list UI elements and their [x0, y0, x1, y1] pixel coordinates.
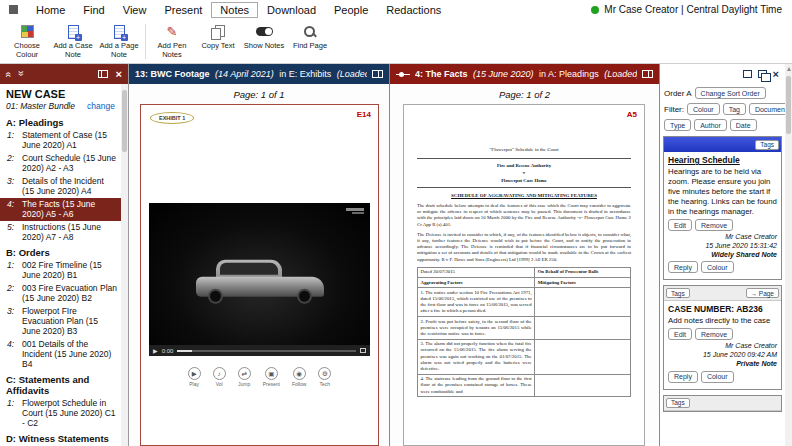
choose-colour-button[interactable]: Choose Colour	[4, 20, 50, 63]
index-item[interactable]: 3: Flowerpot FIre Evacuation Plan (15 Ju…	[0, 305, 121, 338]
note-title: CASE NUMBER: AB236	[668, 304, 777, 314]
table-cell	[535, 317, 631, 340]
pop-out-icon[interactable]	[743, 70, 752, 78]
close-icon[interactable]: ×	[116, 69, 122, 80]
menu-present[interactable]: Present	[155, 2, 211, 18]
video-progress-bar[interactable]	[177, 350, 356, 352]
filter-document-button[interactable]: Document	[749, 103, 785, 115]
button-label: Add Pen Notes	[149, 42, 195, 59]
index-item[interactable]: 3: Details of the Incident (15 June 2020…	[0, 175, 121, 198]
add-pen-notes-button[interactable]: ✎ Add Pen Notes	[149, 20, 195, 63]
scroll-up-arrow[interactable]	[785, 64, 792, 73]
remove-button[interactable]: Remove	[695, 328, 733, 340]
reply-button[interactable]: Reply	[668, 261, 698, 273]
index-item-selected[interactable]: 4: The Facts (15 June 2020) A5 - A6	[0, 198, 121, 221]
video-present-button[interactable]: ▣ Present	[263, 367, 280, 387]
change-bundle-link[interactable]: change	[87, 101, 115, 111]
filter-author-button[interactable]: Author	[694, 119, 727, 131]
table-cell	[535, 374, 631, 397]
filter-type-button[interactable]: Type	[664, 119, 691, 131]
note-actions: Reply Colour	[668, 261, 777, 273]
doc-date: (14 April 2021)	[215, 69, 274, 79]
menu-download[interactable]: Download	[258, 2, 325, 18]
menu-find[interactable]: Find	[74, 2, 113, 18]
sidebar-scrollbar-thumb[interactable]	[122, 90, 127, 152]
expand-all-icon[interactable]: «	[16, 72, 26, 77]
video-toolbar: ▶ Play ♪ Vol ⇄ Jump ▣ Pr	[141, 367, 378, 387]
edit-button[interactable]: Edit	[668, 219, 692, 231]
menu-view[interactable]: View	[114, 2, 156, 18]
colour-button[interactable]: Colour	[701, 261, 734, 273]
table-cell: 3. The alarm did not properly function w…	[418, 339, 535, 374]
remove-button[interactable]: Remove	[695, 219, 733, 231]
filter-colour-button[interactable]: Colour	[687, 103, 720, 115]
tags-button[interactable]: Tags	[755, 140, 779, 150]
go-to-page-button[interactable]: → Page	[746, 288, 780, 298]
index-item[interactable]: 4: 001 Details of the Incident (15 June …	[0, 338, 121, 371]
split-view-icon[interactable]	[758, 70, 767, 78]
index-item[interactable]: 1: Flowerpot Schedule in Court (15 June …	[0, 397, 121, 430]
show-notes-toggle[interactable]: Show Notes	[241, 20, 287, 63]
menu-people[interactable]: People	[325, 2, 377, 18]
edit-button[interactable]: Edit	[668, 328, 692, 340]
notes-panel: × Order A Change Sort Order Filter: Colo…	[660, 64, 785, 446]
section-b-label[interactable]: B: Orders	[0, 244, 121, 259]
add-case-note-button[interactable]: + Add a Case Note	[50, 20, 96, 63]
tags-button[interactable]: Tags	[666, 398, 690, 408]
page-note-icon: +	[114, 23, 125, 40]
viewer1-header: 13: BWC Footage (14 April 2021) in E: Ex…	[129, 64, 389, 84]
close-icon[interactable]: ×	[773, 69, 779, 80]
video-volume-button[interactable]: ♪ Vol	[213, 367, 226, 387]
reading-mode-icon[interactable]	[642, 70, 653, 78]
section-d-label[interactable]: D: Witness Statements	[0, 430, 121, 445]
viewer2-title: 4: The Facts (15 June 2020) in A: Pleadi…	[415, 69, 637, 79]
item-number: 2:	[7, 153, 19, 173]
main-content: « « × NEW CASE 01: Master Bundle change …	[0, 64, 792, 446]
fullscreen-icon[interactable]	[360, 348, 366, 353]
video-jump-button[interactable]: ⇄ Jump	[238, 367, 251, 387]
menu-notes[interactable]: Notes	[211, 2, 258, 18]
video-player[interactable]: ▶ 0:00	[149, 203, 370, 356]
item-text: Court Schedule (15 June 2020) A2 - A3	[22, 153, 118, 173]
scrollbar-thumb[interactable]	[786, 76, 791, 134]
filter-label: Filter:	[664, 105, 684, 114]
present-icon: ▣	[265, 367, 278, 380]
filter-tag-button[interactable]: Tag	[723, 103, 746, 115]
copy-text-button[interactable]: Copy Text	[195, 20, 241, 63]
index-item[interactable]: 5: Instructions (15 June 2020) A7 - A8	[0, 221, 121, 244]
note-meta: Mr Case Creator 15 June 2020 15:31:42 Wi…	[668, 233, 777, 259]
index-item[interactable]: 2: 003 Fire Evacuation Plan (15 June 202…	[0, 282, 121, 305]
panel-toggle-icon[interactable]	[98, 70, 108, 78]
table-column-header: Mitigating Factors	[535, 278, 631, 288]
colour-button[interactable]: Colour	[701, 371, 734, 383]
annotation-slider-icon[interactable]	[396, 71, 410, 78]
reply-button[interactable]: Reply	[668, 371, 698, 383]
item-text: 003 Fire Evacuation Plan (15 June 2020) …	[22, 283, 118, 303]
filter-date-button[interactable]: Date	[730, 119, 757, 131]
play-icon[interactable]: ▶	[153, 348, 158, 354]
video-follow-button[interactable]: ◉ Follow	[292, 367, 306, 387]
menu-redactions[interactable]: Redactions	[377, 2, 450, 18]
collapse-all-icon[interactable]: «	[3, 72, 13, 77]
section-a-label[interactable]: A: Pleadings	[0, 114, 121, 129]
index-item[interactable]: 1: 002 Fire Timeline (15 June 2020) B1	[0, 259, 121, 282]
tags-button[interactable]: Tags	[666, 288, 690, 298]
change-sort-order-button[interactable]: Change Sort Order	[695, 87, 766, 99]
index-sidebar: « « × NEW CASE 01: Master Bundle change …	[0, 64, 129, 446]
schedule-heading: SCHEDULE OF AGGRAVATING AND MITIGATING F…	[417, 193, 631, 199]
menu-home[interactable]: Home	[27, 2, 74, 18]
find-page-button[interactable]: Find Page	[287, 20, 333, 63]
add-page-note-button[interactable]: + Add a Page Note	[96, 20, 142, 63]
index-item[interactable]: 1: Statement of Case (15 June 2020) A1	[0, 129, 121, 152]
video-play-button[interactable]: ▶ Play	[188, 367, 201, 387]
document-viewer-1: 13: BWC Footage (14 April 2021) in E: Ex…	[129, 64, 390, 446]
sidebar-scrollbar[interactable]	[121, 84, 128, 446]
button-label: Copy Text	[201, 42, 234, 51]
section-c-label[interactable]: C: Statements and Affidavits	[0, 371, 121, 397]
vertical-scrollbar[interactable]	[785, 64, 792, 446]
control-label: Follow	[292, 381, 306, 387]
index-item[interactable]: 2: Court Schedule (15 June 2020) A2 - A3	[0, 152, 121, 175]
note-date: 15 June 2020 15:31:42	[668, 242, 777, 251]
video-tech-button[interactable]: ⚙ Tech	[318, 367, 331, 387]
reading-mode-icon[interactable]	[372, 70, 383, 78]
